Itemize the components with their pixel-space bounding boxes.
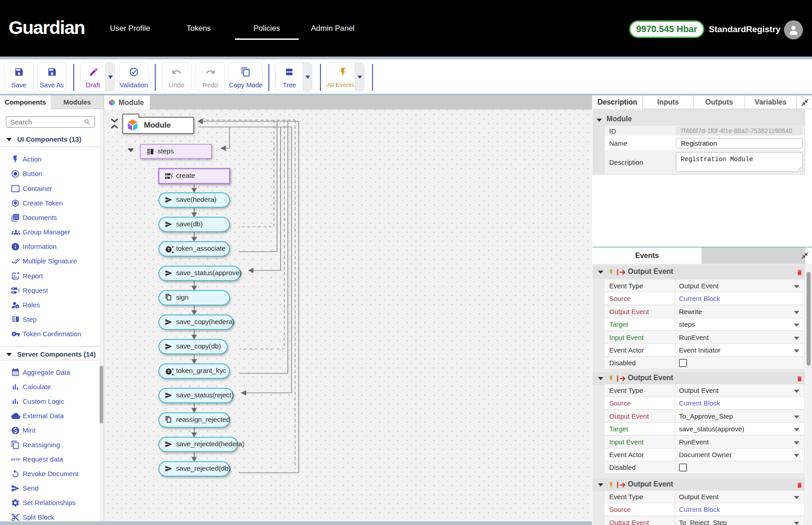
- svg-text:T: T: [167, 247, 170, 252]
- svg-text:T: T: [167, 369, 170, 374]
- svg-text:HTTP: HTTP: [11, 458, 20, 462]
